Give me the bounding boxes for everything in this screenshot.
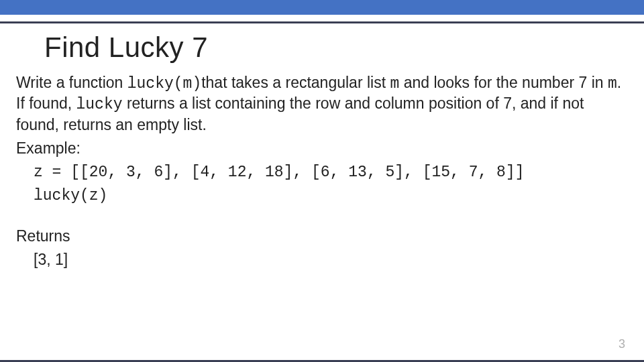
page-number: 3 (619, 337, 625, 351)
returns-label: Returns (16, 227, 628, 246)
top-divider-line (0, 21, 644, 23)
returns-value: [3, 1] (34, 250, 628, 269)
code-m-2: m (608, 75, 617, 93)
slide: Find Lucky 7 Write a function lucky(m)th… (0, 0, 644, 362)
code-lucky-m: lucky(m) (127, 75, 201, 93)
code-m-1: m (390, 75, 399, 93)
example-assignment: z = [[20, 3, 6], [4, 12, 18], [6, 13, 5]… (34, 163, 628, 182)
problem-paragraph: Write a function lucky(m)that takes a re… (16, 73, 628, 135)
code-lucky: lucky (76, 96, 123, 113)
example-label: Example: (16, 139, 628, 158)
example-call: lucky(z) (34, 186, 628, 206)
returns-block: Returns [3, 1] (16, 227, 628, 270)
para-text-2: that takes a rectangular list (201, 74, 390, 91)
slide-body: Write a function lucky(m)that takes a re… (16, 73, 628, 270)
top-accent-bar (0, 0, 644, 15)
para-text-3: and looks for the number 7 in (399, 74, 608, 91)
para-text-1: Write a function (16, 74, 127, 91)
slide-title: Find Lucky 7 (44, 32, 644, 64)
